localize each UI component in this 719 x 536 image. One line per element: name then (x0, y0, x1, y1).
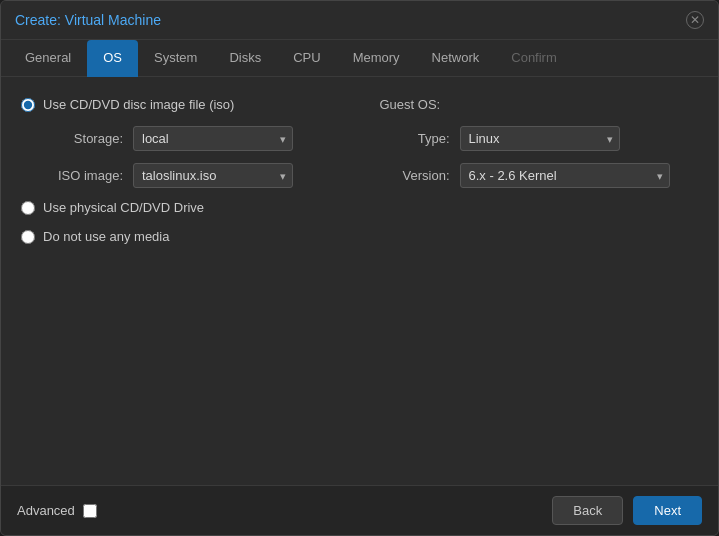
tab-bar: General OS System Disks CPU Memory Netwo… (1, 40, 718, 77)
radio-iso-option: Use CD/DVD disc image file (iso) (21, 97, 340, 112)
right-section: Guest OS: Type: Linux Windows Solaris Ot… (380, 97, 699, 258)
advanced-label: Advanced (17, 503, 75, 518)
storage-select[interactable]: local local-lvm (133, 126, 293, 151)
radio-iso-label[interactable]: Use CD/DVD disc image file (iso) (43, 97, 234, 112)
type-row: Type: Linux Windows Solaris Other (380, 126, 699, 151)
guest-os-heading: Guest OS: (380, 97, 699, 112)
tab-disks[interactable]: Disks (213, 40, 277, 77)
form-section: Use CD/DVD disc image file (iso) Storage… (21, 97, 698, 258)
radio-physical[interactable] (21, 201, 35, 215)
tab-confirm: Confirm (495, 40, 573, 77)
tab-system[interactable]: System (138, 40, 213, 77)
radio-none-label[interactable]: Do not use any media (43, 229, 169, 244)
left-section: Use CD/DVD disc image file (iso) Storage… (21, 97, 340, 258)
close-button[interactable]: ✕ (686, 11, 704, 29)
radio-iso[interactable] (21, 98, 35, 112)
footer: Advanced Back Next (1, 485, 718, 535)
version-label: Version: (380, 168, 450, 183)
type-select-wrapper: Linux Windows Solaris Other (460, 126, 620, 151)
tab-network[interactable]: Network (416, 40, 496, 77)
type-select[interactable]: Linux Windows Solaris Other (460, 126, 620, 151)
iso-select-wrapper: taloslinux.iso (133, 163, 293, 188)
tab-memory[interactable]: Memory (337, 40, 416, 77)
iso-image-row: ISO image: taloslinux.iso (43, 163, 340, 188)
tab-os[interactable]: OS (87, 40, 138, 77)
title-bar: Create: Virtual Machine ✕ (1, 1, 718, 40)
radio-none[interactable] (21, 230, 35, 244)
version-row: Version: 6.x - 2.6 Kernel 5.x - 2.6 Kern… (380, 163, 699, 188)
tab-cpu[interactable]: CPU (277, 40, 336, 77)
os-tab-content: Use CD/DVD disc image file (iso) Storage… (1, 77, 718, 485)
storage-label: Storage: (43, 131, 123, 146)
storage-select-wrapper: local local-lvm (133, 126, 293, 151)
radio-physical-label[interactable]: Use physical CD/DVD Drive (43, 200, 204, 215)
back-button[interactable]: Back (552, 496, 623, 525)
version-select-wrapper: 6.x - 2.6 Kernel 5.x - 2.6 Kernel 4.x - … (460, 163, 670, 188)
window-title: Create: Virtual Machine (15, 12, 161, 28)
radio-none-option: Do not use any media (21, 229, 340, 244)
iso-label: ISO image: (43, 168, 123, 183)
advanced-area: Advanced (17, 503, 97, 518)
radio-physical-option: Use physical CD/DVD Drive (21, 200, 340, 215)
iso-select[interactable]: taloslinux.iso (133, 163, 293, 188)
next-button[interactable]: Next (633, 496, 702, 525)
type-label: Type: (380, 131, 450, 146)
create-vm-window: Create: Virtual Machine ✕ General OS Sys… (0, 0, 719, 536)
advanced-checkbox[interactable] (83, 504, 97, 518)
version-select[interactable]: 6.x - 2.6 Kernel 5.x - 2.6 Kernel 4.x - … (460, 163, 670, 188)
tab-general[interactable]: General (9, 40, 87, 77)
storage-row: Storage: local local-lvm (43, 126, 340, 151)
